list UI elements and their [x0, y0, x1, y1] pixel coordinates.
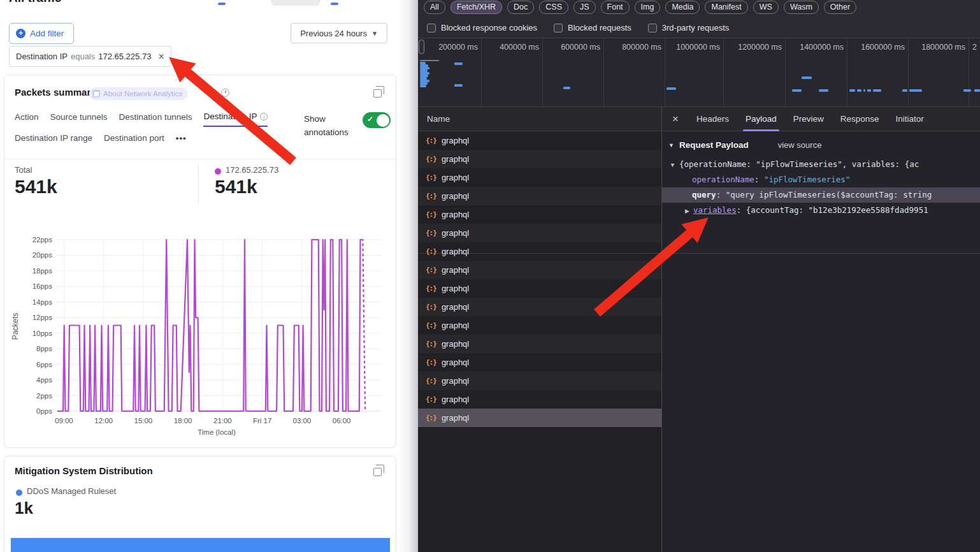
remove-filter-icon[interactable]: ×: [158, 52, 164, 62]
about-network-analytics-badge[interactable]: ▣ About Network Analytics: [89, 87, 188, 100]
payload-line[interactable]: operationName: "ipFlowTimeseries": [662, 172, 980, 187]
request-timeline-dash: [974, 89, 980, 92]
detail-tab-response[interactable]: Response: [840, 107, 879, 131]
view-source-link[interactable]: view source: [778, 140, 822, 150]
payload-token: query: [692, 190, 716, 200]
payload-token: : {accountTag: "b12e3b2192ee5588fdad9951: [737, 205, 928, 215]
payload-token: {operationName: "ipFlowTimeseries", vari…: [679, 159, 919, 169]
request-row[interactable]: {:}graphql: [418, 279, 661, 298]
filter-pill-doc[interactable]: Doc: [507, 1, 534, 14]
filter-pill-wasm[interactable]: Wasm: [784, 1, 819, 14]
request-row[interactable]: {:}graphql: [418, 150, 661, 168]
payload-line[interactable]: ▼{operationName: "ipFlowTimeseries", var…: [662, 157, 980, 172]
network-overview-ruler[interactable]: 200000 ms400000 ms600000 ms800000 ms1000…: [418, 38, 980, 107]
dimension-tabs-row-2: Destination IP rangeDestination port•••: [15, 133, 187, 147]
more-tabs-button[interactable]: •••: [176, 133, 187, 147]
detail-tab-payload[interactable]: Payload: [746, 107, 777, 131]
total-value: 541k: [15, 176, 57, 198]
request-row[interactable]: {:}graphql: [418, 390, 661, 409]
filter-pill-manifest[interactable]: Manifest: [705, 1, 747, 14]
filter-pill-font[interactable]: Font: [601, 1, 630, 14]
mitigation-bar: [11, 538, 390, 552]
collapse-triangle-icon[interactable]: ▼: [668, 142, 674, 149]
json-braces-icon: {:}: [426, 192, 436, 200]
filter-pill-js[interactable]: JS: [573, 1, 596, 14]
devtools-filter-bar: AllFetch/XHRDocCSSJSFontImgMediaManifest…: [418, 0, 980, 18]
request-timeline-dash: [667, 87, 676, 90]
clock-icon: [221, 89, 229, 97]
filter-pill-other[interactable]: Other: [824, 1, 856, 14]
request-row[interactable]: {:}graphql: [418, 224, 661, 242]
copy-card-icon[interactable]: [373, 468, 382, 476]
request-row[interactable]: {:}graphql: [418, 168, 661, 187]
filter-chip[interactable]: Destination IP equals 172.65.225.73 ×: [9, 46, 171, 67]
request-name: graphql: [442, 358, 469, 367]
payload-line[interactable]: query: "query ipFlowTimeseries($accountT…: [662, 187, 980, 203]
show-annotations-toggle[interactable]: ✓: [363, 112, 391, 128]
close-icon[interactable]: ×: [672, 113, 679, 126]
json-braces-icon: {:}: [426, 229, 436, 237]
request-name: graphql: [442, 136, 469, 145]
tab-label: Source tunnels: [50, 112, 108, 122]
filter-pill-fetch-xhr[interactable]: Fetch/XHR: [450, 1, 502, 14]
info-icon: i: [260, 113, 268, 120]
payload-line[interactable]: ▶variables: {accountTag: "b12e3b2192ee55…: [662, 203, 980, 218]
payload-token: :: [754, 175, 764, 184]
request-timeline-dash: [873, 89, 881, 92]
tab-action[interactable]: Action: [15, 112, 39, 127]
total-label: Total: [15, 165, 32, 175]
json-braces-icon: {:}: [426, 155, 436, 163]
devtools-panel: AllFetch/XHRDocCSSJSFontImgMediaManifest…: [418, 0, 980, 552]
add-filter-button[interactable]: + Add filter: [9, 23, 74, 44]
request-row[interactable]: {:}graphql: [418, 242, 661, 261]
copy-card-icon[interactable]: [373, 89, 382, 98]
request-row[interactable]: {:}graphql: [418, 372, 661, 390]
request-row[interactable]: {:}graphql: [418, 187, 661, 205]
payload-token: variables: [693, 205, 737, 215]
tab-destination-ip-range[interactable]: Destination IP range: [15, 133, 92, 147]
request-name: graphql: [442, 228, 469, 238]
request-row[interactable]: {:}graphql: [418, 335, 661, 353]
filter-pill-media[interactable]: Media: [665, 1, 700, 14]
request-detail-pane: × HeadersPayloadPreviewResponseInitiator…: [661, 107, 980, 552]
request-row[interactable]: {:}graphql: [418, 409, 661, 427]
tab-destination-port[interactable]: Destination port: [104, 133, 164, 147]
tab-destination-tunnels[interactable]: Destination tunnels: [119, 112, 192, 127]
request-timeline-dash: [902, 89, 907, 92]
toggle-knob: [377, 114, 389, 127]
request-name: graphql: [442, 339, 469, 349]
tab-source-tunnels[interactable]: Source tunnels: [50, 112, 108, 127]
request-timeline-dash: [420, 85, 426, 87]
ruler-tick-label: 200000 ms: [438, 43, 478, 52]
time-range-select[interactable]: Previous 24 hours ▼: [291, 23, 387, 43]
ruler-tick-label: 600000 ms: [561, 43, 600, 52]
checkbox-blocked-response-cookies[interactable]: Blocked response cookies: [427, 23, 537, 33]
detail-tab-initiator[interactable]: Initiator: [896, 107, 924, 131]
request-name: graphql: [442, 173, 469, 182]
packets-summary-card: Packets summary ▣ About Network Analytic…: [4, 75, 396, 448]
detail-tab-preview[interactable]: Preview: [793, 107, 824, 131]
checkbox-blocked-requests[interactable]: Blocked requests: [554, 23, 631, 33]
filter-pill-css[interactable]: CSS: [539, 1, 568, 14]
request-timeline-dash: [909, 89, 922, 92]
request-row[interactable]: {:}graphql: [418, 205, 661, 224]
dimension-tabs-row-1: ActionSource tunnelsDestination tunnelsD…: [15, 112, 268, 127]
request-timeline-dash: [963, 89, 971, 92]
request-row[interactable]: {:}graphql: [418, 316, 661, 335]
request-row[interactable]: {:}graphql: [418, 261, 661, 279]
filter-pill-ws[interactable]: WS: [753, 1, 779, 14]
checkbox-3rd-party-requests[interactable]: 3rd-party requests: [648, 23, 730, 33]
request-name: graphql: [442, 247, 469, 256]
request-row[interactable]: {:}graphql: [418, 131, 661, 150]
request-name: graphql: [442, 376, 469, 386]
json-braces-icon: {:}: [426, 377, 436, 385]
name-column-header[interactable]: Name: [418, 107, 661, 131]
tab-destination-ip[interactable]: Destination IPi: [203, 112, 268, 127]
detail-tab-headers[interactable]: Headers: [696, 107, 729, 131]
request-row[interactable]: {:}graphql: [418, 298, 661, 316]
filter-pill-img[interactable]: Img: [635, 1, 661, 14]
overview-handle[interactable]: [419, 40, 424, 54]
filter-pill-all[interactable]: All: [424, 1, 445, 14]
request-name: graphql: [442, 413, 469, 423]
request-row[interactable]: {:}graphql: [418, 353, 661, 372]
